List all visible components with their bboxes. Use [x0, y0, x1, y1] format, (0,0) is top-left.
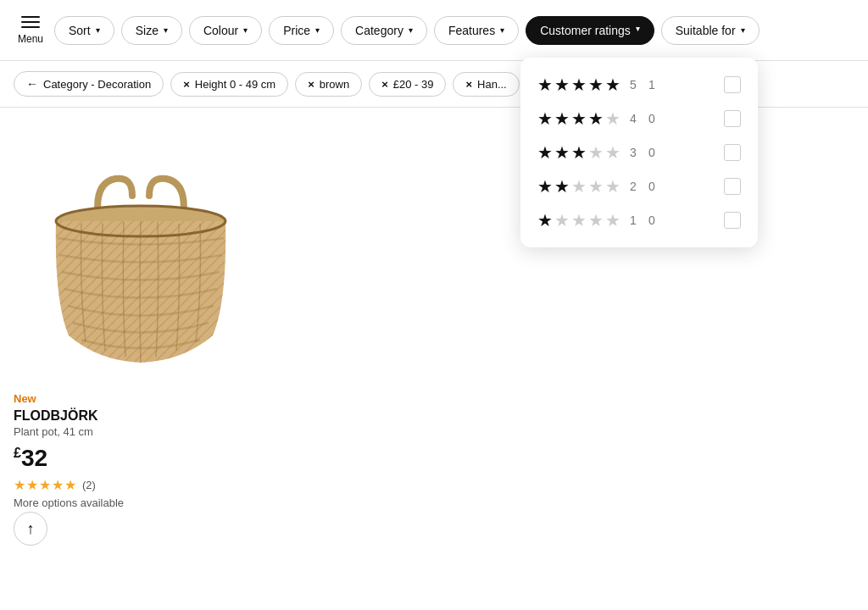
filter-colour-label: Colour — [203, 24, 238, 37]
star-1: ★ — [537, 108, 553, 129]
currency-symbol: £ — [14, 446, 21, 460]
star-2: ★ — [554, 142, 570, 163]
star-4-empty: ★ — [588, 176, 604, 197]
filter-customer-ratings-label: Customer ratings — [540, 24, 631, 37]
star-2: ★ — [554, 108, 570, 129]
header: Menu Sort ▾ Size ▾ Colour ▾ Price ▾ Cate… — [0, 0, 868, 61]
product-price: £32 — [14, 445, 285, 472]
stars-3: ★ ★ ★ ★ ★ — [537, 142, 620, 163]
rating-checkbox-3[interactable] — [724, 144, 741, 161]
filter-price[interactable]: Price ▾ — [269, 16, 334, 45]
remove-colour-icon[interactable]: × — [308, 78, 314, 91]
tag-price-label: £20 - 39 — [393, 78, 434, 91]
filter-features-label: Features — [448, 24, 495, 37]
star-1: ★ — [537, 75, 553, 95]
filter-features[interactable]: Features ▾ — [434, 16, 519, 45]
filter-sort[interactable]: Sort ▾ — [54, 16, 114, 45]
filter-suitable-for[interactable]: Suitable for ▾ — [661, 16, 760, 45]
rating-row-2[interactable]: ★ ★ ★ ★ ★ 2 0 — [537, 176, 741, 197]
basket-illustration — [31, 141, 251, 369]
sort-chevron-icon: ▾ — [96, 25, 100, 35]
stars-5: ★ ★ ★ ★ ★ — [537, 75, 620, 95]
stars-2: ★ ★ ★ ★ ★ — [537, 176, 620, 197]
product-card: New FLODBJÖRK Plant pot, 41 cm £32 ★★★★★… — [14, 128, 285, 509]
remove-height-icon[interactable]: × — [183, 78, 190, 91]
menu-button[interactable]: Menu — [14, 13, 47, 48]
stars-1: ★ ★ ★ ★ ★ — [537, 210, 620, 230]
rating-row-3[interactable]: ★ ★ ★ ★ ★ 3 0 — [537, 142, 741, 163]
star-4-empty: ★ — [588, 142, 604, 163]
filter-sort-label: Sort — [69, 24, 91, 37]
star-5-empty: ★ — [605, 142, 620, 163]
tag-category-label: Category - Decoration — [43, 78, 151, 91]
rating-checkbox-5[interactable] — [724, 76, 741, 93]
filter-price-label: Price — [283, 24, 310, 37]
product-badge: New — [14, 392, 285, 405]
star-2: ★ — [554, 176, 570, 197]
product-image — [14, 128, 268, 382]
product-rating-count: (2) — [82, 479, 96, 491]
price-value: 32 — [21, 445, 47, 471]
tag-handmade-label: Han... — [477, 78, 507, 91]
menu-label: Menu — [18, 33, 43, 45]
tag-height[interactable]: × Height 0 - 49 cm — [170, 72, 288, 97]
rating-row-5[interactable]: ★ ★ ★ ★ ★ 5 1 — [537, 75, 741, 95]
rating-value-4: 4 — [627, 112, 639, 125]
star-3: ★ — [571, 108, 587, 129]
suitable-for-chevron-icon: ▾ — [741, 25, 745, 35]
share-icon: ↑ — [27, 520, 35, 538]
star-2-empty: ★ — [554, 210, 570, 230]
rating-checkbox-1[interactable] — [724, 212, 741, 229]
filter-category-label: Category — [355, 24, 403, 37]
product-description: Plant pot, 41 cm — [14, 425, 285, 438]
rating-row-4[interactable]: ★ ★ ★ ★ ★ 4 0 — [537, 108, 741, 129]
star-3: ★ — [571, 142, 587, 163]
filter-colour[interactable]: Colour ▾ — [189, 16, 262, 45]
colour-chevron-icon: ▾ — [243, 25, 248, 35]
back-arrow-icon: ← — [26, 77, 38, 91]
rating-checkbox-2[interactable] — [724, 178, 741, 195]
rating-count-2: 0 — [646, 180, 658, 193]
rating-row-1[interactable]: ★ ★ ★ ★ ★ 1 0 — [537, 210, 741, 230]
filter-category[interactable]: Category ▾ — [341, 16, 427, 45]
product-stars: ★★★★★ — [14, 477, 77, 493]
star-5-empty: ★ — [605, 108, 620, 129]
tag-handmade[interactable]: × Han... — [453, 72, 519, 97]
rating-count-5: 1 — [646, 78, 658, 92]
tag-colour-label: brown — [320, 78, 349, 91]
product-name: FLODBJÖRK — [14, 408, 285, 424]
tag-category[interactable]: ← Category - Decoration — [14, 71, 164, 97]
remove-handmade-icon[interactable]: × — [465, 78, 472, 91]
rating-checkbox-4[interactable] — [724, 110, 741, 127]
category-chevron-icon: ▾ — [409, 25, 413, 35]
star-5-empty: ★ — [605, 210, 620, 230]
star-3-empty: ★ — [571, 176, 587, 197]
filter-size-label: Size — [136, 24, 159, 37]
rating-value-1: 1 — [627, 214, 639, 227]
rating-value-3: 3 — [627, 146, 639, 159]
filter-suitable-for-label: Suitable for — [676, 24, 736, 37]
customer-ratings-dropdown: ★ ★ ★ ★ ★ 5 1 ★ ★ ★ ★ ★ 4 0 ★ ★ ★ ★ ★ 3 — [520, 58, 758, 247]
more-options-label: More options available — [14, 496, 285, 509]
filter-size[interactable]: Size ▾ — [121, 16, 182, 45]
star-5-empty: ★ — [605, 176, 620, 197]
rating-value-2: 2 — [627, 180, 639, 193]
features-chevron-icon: ▾ — [500, 25, 504, 35]
product-rating: ★★★★★ (2) — [14, 477, 285, 493]
remove-price-icon[interactable]: × — [381, 78, 388, 91]
star-4: ★ — [588, 108, 604, 129]
star-4-empty: ★ — [588, 210, 604, 230]
rating-count-3: 0 — [646, 146, 658, 159]
star-1: ★ — [537, 210, 553, 230]
star-3-empty: ★ — [571, 210, 587, 230]
tag-colour[interactable]: × brown — [295, 72, 362, 97]
rating-count-1: 0 — [646, 214, 658, 227]
filter-customer-ratings[interactable]: Customer ratings ▴ — [526, 16, 654, 45]
stars-4: ★ ★ ★ ★ ★ — [537, 108, 620, 129]
share-button[interactable]: ↑ — [14, 512, 47, 546]
tag-height-label: Height 0 - 49 cm — [195, 78, 275, 91]
tag-price[interactable]: × £20 - 39 — [369, 72, 446, 97]
size-chevron-icon: ▾ — [164, 25, 168, 35]
rating-value-5: 5 — [627, 78, 639, 92]
star-2: ★ — [554, 75, 570, 95]
